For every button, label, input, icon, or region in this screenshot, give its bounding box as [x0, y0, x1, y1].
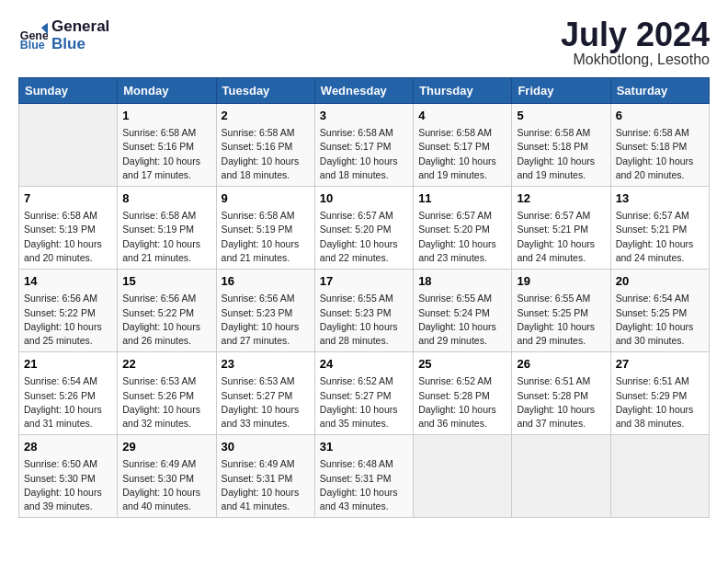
day-info: Sunrise: 6:57 AM Sunset: 5:20 PM Dayligh… — [320, 209, 408, 265]
day-number: 1 — [122, 108, 210, 124]
day-info: Sunrise: 6:58 AM Sunset: 5:19 PM Dayligh… — [222, 209, 310, 265]
weekday-header-monday: Monday — [118, 78, 216, 104]
svg-text:Blue: Blue — [20, 39, 45, 51]
calendar-cell: 31Sunrise: 6:48 AM Sunset: 5:31 PM Dayli… — [314, 435, 413, 518]
day-info: Sunrise: 6:52 AM Sunset: 5:27 PM Dayligh… — [320, 374, 408, 431]
day-info: Sunrise: 6:57 AM Sunset: 5:21 PM Dayligh… — [616, 209, 704, 265]
calendar-cell: 15Sunrise: 6:56 AM Sunset: 5:22 PM Dayli… — [118, 270, 216, 352]
calendar-week-1: 1Sunrise: 6:58 AM Sunset: 5:16 PM Daylig… — [19, 104, 710, 187]
weekday-header-thursday: Thursday — [414, 78, 512, 104]
weekday-header-sunday: Sunday — [19, 78, 118, 104]
day-number: 2 — [222, 108, 310, 124]
day-info: Sunrise: 6:53 AM Sunset: 5:27 PM Dayligh… — [222, 374, 310, 431]
day-info: Sunrise: 6:58 AM Sunset: 5:17 PM Dayligh… — [320, 126, 408, 182]
day-info: Sunrise: 6:58 AM Sunset: 5:19 PM Dayligh… — [24, 209, 112, 265]
calendar-cell — [19, 104, 118, 187]
logo-line2: Blue — [51, 36, 109, 53]
day-info: Sunrise: 6:58 AM Sunset: 5:18 PM Dayligh… — [616, 126, 704, 182]
calendar-cell: 18Sunrise: 6:55 AM Sunset: 5:24 PM Dayli… — [414, 270, 512, 352]
day-number: 23 — [222, 356, 310, 373]
calendar-week-3: 14Sunrise: 6:56 AM Sunset: 5:22 PM Dayli… — [19, 270, 710, 352]
day-number: 25 — [418, 356, 506, 373]
day-info: Sunrise: 6:54 AM Sunset: 5:26 PM Dayligh… — [24, 374, 112, 431]
calendar-cell: 30Sunrise: 6:49 AM Sunset: 5:31 PM Dayli… — [216, 435, 314, 518]
calendar-cell: 25Sunrise: 6:52 AM Sunset: 5:28 PM Dayli… — [414, 352, 512, 435]
day-info: Sunrise: 6:53 AM Sunset: 5:26 PM Dayligh… — [122, 374, 210, 431]
day-info: Sunrise: 6:56 AM Sunset: 5:23 PM Dayligh… — [222, 292, 310, 348]
day-number: 18 — [418, 273, 506, 290]
day-info: Sunrise: 6:58 AM Sunset: 5:17 PM Dayligh… — [418, 126, 506, 182]
day-info: Sunrise: 6:48 AM Sunset: 5:31 PM Dayligh… — [320, 457, 408, 513]
day-info: Sunrise: 6:54 AM Sunset: 5:25 PM Dayligh… — [616, 292, 704, 348]
day-number: 13 — [616, 190, 704, 207]
day-number: 17 — [320, 273, 408, 290]
calendar-header: SundayMondayTuesdayWednesdayThursdayFrid… — [19, 78, 710, 104]
day-number: 5 — [517, 108, 605, 124]
calendar-week-5: 28Sunrise: 6:50 AM Sunset: 5:30 PM Dayli… — [19, 435, 710, 518]
calendar-cell — [414, 435, 512, 518]
month-title: July 2024 — [561, 18, 710, 52]
calendar-cell: 17Sunrise: 6:55 AM Sunset: 5:23 PM Dayli… — [314, 270, 413, 352]
day-info: Sunrise: 6:57 AM Sunset: 5:21 PM Dayligh… — [517, 209, 605, 265]
day-number: 30 — [222, 439, 310, 455]
calendar-cell: 9Sunrise: 6:58 AM Sunset: 5:19 PM Daylig… — [216, 187, 314, 270]
calendar-cell: 2Sunrise: 6:58 AM Sunset: 5:16 PM Daylig… — [216, 104, 314, 187]
calendar-cell: 5Sunrise: 6:58 AM Sunset: 5:18 PM Daylig… — [512, 104, 610, 187]
day-info: Sunrise: 6:55 AM Sunset: 5:23 PM Dayligh… — [320, 292, 408, 348]
calendar-cell: 1Sunrise: 6:58 AM Sunset: 5:16 PM Daylig… — [118, 104, 216, 187]
calendar-cell: 6Sunrise: 6:58 AM Sunset: 5:18 PM Daylig… — [610, 104, 709, 187]
logo-icon: General Blue — [18, 21, 48, 51]
calendar-table: SundayMondayTuesdayWednesdayThursdayFrid… — [18, 77, 710, 518]
calendar-cell: 29Sunrise: 6:49 AM Sunset: 5:30 PM Dayli… — [118, 435, 216, 518]
calendar-cell: 19Sunrise: 6:55 AM Sunset: 5:25 PM Dayli… — [512, 270, 610, 352]
location: Mokhotlong, Lesotho — [561, 52, 710, 68]
calendar-cell: 28Sunrise: 6:50 AM Sunset: 5:30 PM Dayli… — [19, 435, 118, 518]
day-number: 11 — [418, 190, 506, 207]
day-number: 10 — [320, 190, 408, 207]
day-info: Sunrise: 6:56 AM Sunset: 5:22 PM Dayligh… — [122, 292, 210, 348]
day-number: 3 — [320, 108, 408, 124]
day-info: Sunrise: 6:55 AM Sunset: 5:25 PM Dayligh… — [517, 292, 605, 348]
day-number: 20 — [616, 273, 704, 290]
logo: General Blue General Blue — [18, 18, 109, 52]
calendar-week-2: 7Sunrise: 6:58 AM Sunset: 5:19 PM Daylig… — [19, 187, 710, 270]
calendar-cell: 20Sunrise: 6:54 AM Sunset: 5:25 PM Dayli… — [610, 270, 709, 352]
day-number: 28 — [24, 439, 112, 455]
day-number: 27 — [616, 356, 704, 373]
logo-line1: General — [51, 18, 109, 36]
calendar-cell: 7Sunrise: 6:58 AM Sunset: 5:19 PM Daylig… — [19, 187, 118, 270]
calendar-cell — [610, 435, 709, 518]
day-info: Sunrise: 6:49 AM Sunset: 5:31 PM Dayligh… — [222, 457, 310, 513]
calendar-cell: 22Sunrise: 6:53 AM Sunset: 5:26 PM Dayli… — [118, 352, 216, 435]
day-info: Sunrise: 6:52 AM Sunset: 5:28 PM Dayligh… — [418, 374, 506, 431]
calendar-cell: 24Sunrise: 6:52 AM Sunset: 5:27 PM Dayli… — [314, 352, 413, 435]
calendar-cell: 14Sunrise: 6:56 AM Sunset: 5:22 PM Dayli… — [19, 270, 118, 352]
calendar-cell: 12Sunrise: 6:57 AM Sunset: 5:21 PM Dayli… — [512, 187, 610, 270]
calendar-cell: 3Sunrise: 6:58 AM Sunset: 5:17 PM Daylig… — [314, 104, 413, 187]
weekday-header-saturday: Saturday — [610, 78, 709, 104]
day-number: 31 — [320, 439, 408, 455]
title-block: July 2024 Mokhotlong, Lesotho — [561, 18, 710, 68]
calendar-cell: 23Sunrise: 6:53 AM Sunset: 5:27 PM Dayli… — [216, 352, 314, 435]
day-number: 24 — [320, 356, 408, 373]
day-info: Sunrise: 6:55 AM Sunset: 5:24 PM Dayligh… — [418, 292, 506, 348]
weekday-header-wednesday: Wednesday — [314, 78, 413, 104]
day-number: 16 — [222, 273, 310, 290]
calendar-cell: 16Sunrise: 6:56 AM Sunset: 5:23 PM Dayli… — [216, 270, 314, 352]
calendar-cell: 21Sunrise: 6:54 AM Sunset: 5:26 PM Dayli… — [19, 352, 118, 435]
day-number: 26 — [517, 356, 605, 373]
day-info: Sunrise: 6:56 AM Sunset: 5:22 PM Dayligh… — [24, 292, 112, 348]
day-info: Sunrise: 6:51 AM Sunset: 5:28 PM Dayligh… — [517, 374, 605, 431]
day-info: Sunrise: 6:50 AM Sunset: 5:30 PM Dayligh… — [24, 457, 112, 513]
day-number: 8 — [122, 190, 210, 207]
day-info: Sunrise: 6:49 AM Sunset: 5:30 PM Dayligh… — [122, 457, 210, 513]
day-number: 14 — [24, 273, 112, 290]
day-number: 7 — [24, 190, 112, 207]
calendar-cell: 4Sunrise: 6:58 AM Sunset: 5:17 PM Daylig… — [414, 104, 512, 187]
day-number: 6 — [616, 108, 704, 124]
day-info: Sunrise: 6:58 AM Sunset: 5:18 PM Dayligh… — [517, 126, 605, 182]
weekday-header-friday: Friday — [512, 78, 610, 104]
page-header: General Blue General Blue July 2024 Mokh… — [18, 18, 710, 68]
day-number: 21 — [24, 356, 112, 373]
calendar-cell: 11Sunrise: 6:57 AM Sunset: 5:20 PM Dayli… — [414, 187, 512, 270]
